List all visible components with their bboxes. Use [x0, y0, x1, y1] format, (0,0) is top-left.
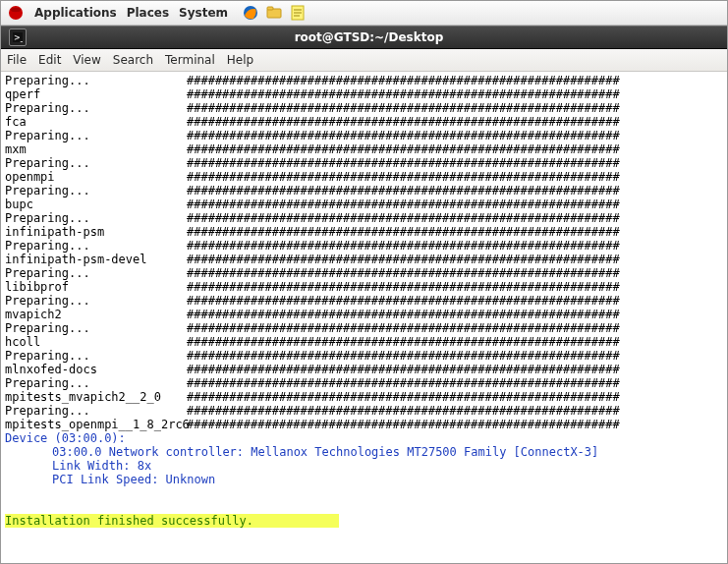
output-line: infinipath-psm-devel####################…: [5, 253, 723, 266]
device-info-line: Device (03:00.0):: [5, 431, 723, 445]
terminal-icon: >_: [9, 28, 27, 46]
output-line: Preparing...############################…: [5, 156, 723, 170]
output-line: libibprof###############################…: [5, 280, 723, 294]
output-line: Preparing...############################…: [5, 404, 723, 418]
folder-icon[interactable]: [265, 4, 283, 22]
menu-terminal[interactable]: Terminal: [165, 53, 215, 67]
output-line: Preparing...############################…: [5, 129, 723, 142]
device-info-line: Link Width: 8x: [5, 459, 723, 473]
output-line: qperf###################################…: [5, 87, 723, 101]
output-line: Preparing...############################…: [5, 211, 723, 225]
device-info-line: PCI Link Speed: Unknown: [5, 473, 723, 486]
menu-edit[interactable]: Edit: [38, 53, 61, 67]
desktop-panel: Applications Places System: [1, 1, 727, 26]
menu-search[interactable]: Search: [113, 53, 153, 67]
output-line: mxm#####################################…: [5, 142, 723, 156]
output-line: Preparing...############################…: [5, 239, 723, 253]
panel-applications[interactable]: Applications: [34, 6, 117, 20]
svg-text:>_: >_: [14, 33, 23, 42]
firefox-icon[interactable]: [242, 4, 259, 22]
output-line: mpitests_openmpi__1_8_2rc6##############…: [5, 418, 723, 431]
terminal-menubar: File Edit View Search Terminal Help: [1, 49, 727, 72]
output-line: Preparing...############################…: [5, 184, 723, 197]
output-line: Preparing...############################…: [5, 376, 723, 390]
menu-file[interactable]: File: [7, 53, 27, 67]
window-titlebar: >_ root@GTSD:~/Desktop: [1, 26, 727, 49]
install-success-line: Installation finished successfully.: [5, 514, 723, 528]
output-line: Preparing...############################…: [5, 101, 723, 115]
terminal-output[interactable]: Preparing...############################…: [1, 72, 727, 564]
output-line: infinipath-psm##########################…: [5, 225, 723, 239]
output-line: Preparing...############################…: [5, 321, 723, 335]
output-line: bupc####################################…: [5, 197, 723, 211]
output-line: Preparing...############################…: [5, 349, 723, 363]
output-line: hcoll###################################…: [5, 335, 723, 349]
output-line: mpitests_mvapich2__2_0##################…: [5, 390, 723, 404]
menu-view[interactable]: View: [73, 53, 100, 67]
redhat-icon: [7, 4, 25, 22]
output-line: Preparing...############################…: [5, 266, 723, 280]
blank-line: [5, 486, 723, 500]
output-line: fca#####################################…: [5, 115, 723, 129]
menu-help[interactable]: Help: [227, 53, 253, 67]
panel-system[interactable]: System: [179, 6, 228, 20]
window-title: root@GTSD:~/Desktop: [34, 30, 703, 44]
panel-places[interactable]: Places: [127, 6, 169, 20]
blank-line: [5, 500, 723, 514]
output-line: mvapich2################################…: [5, 308, 723, 321]
svg-point-1: [11, 8, 21, 12]
output-line: openmpi#################################…: [5, 170, 723, 184]
svg-rect-4: [267, 7, 273, 10]
device-info-line: 03:00.0 Network controller: Mellanox Tec…: [5, 445, 723, 459]
output-line: Preparing...############################…: [5, 74, 723, 87]
output-line: mlnxofed-docs###########################…: [5, 363, 723, 376]
notes-icon[interactable]: [289, 4, 307, 22]
output-line: Preparing...############################…: [5, 294, 723, 308]
